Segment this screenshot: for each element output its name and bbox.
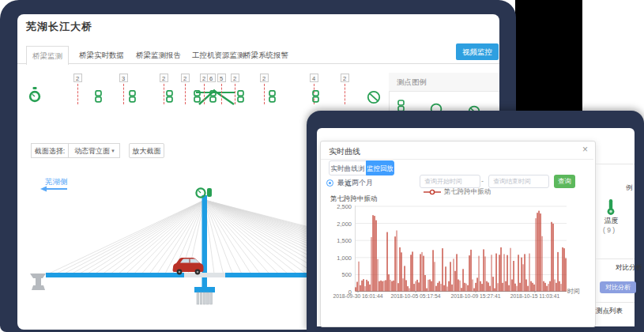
sensor-count-badge[interactable]: 2 [260,74,269,82]
overlay-window-frame: 实时曲线 × 实时曲线浏览 监控回放 最近两个月 - 查询 第七跨跨中振动 第七… [307,111,644,332]
car [173,258,204,274]
x-tick-label: 2018-10-15 11:03:41 [510,293,560,299]
dialog-divider [321,159,593,160]
sensor-dash-line [164,84,164,104]
chart-plot-area [355,206,567,292]
close-icon[interactable]: × [582,144,588,155]
side-divider [596,164,635,164]
dialog-title: 实时曲线 [329,146,360,157]
legend-panel-header: 测点图例 [389,73,499,92]
temperature-count: ( 9 ) [603,226,615,234]
sensor-dash-line [264,84,265,104]
chain-sensor-icon[interactable] [95,90,103,103]
enlarge-section-button[interactable]: 放大截面 [129,143,164,158]
query-start-time-input[interactable] [420,175,480,188]
tab-realtime-curve[interactable]: 实时曲线浏览 [329,160,367,175]
section-select-label: 截面选择: [31,143,69,158]
chain-sensor-icon[interactable] [194,90,201,103]
chain-sensor-icon[interactable] [269,90,277,103]
x-axis-title: 时间 [567,287,580,296]
y-tick-label: 1,000 [327,255,352,262]
sensor-dash-line [345,84,345,104]
tower-foundation [194,287,215,304]
side-clipped-text: 例 [626,183,633,193]
query-end-time-input[interactable] [488,175,549,188]
sensor-dash-line [221,84,222,104]
tab-1[interactable]: 桥梁监测 [26,46,69,65]
y-tick-label: 2,000 [327,221,352,228]
sensor-dash-line [185,84,186,104]
chain-sensor-icon[interactable] [312,90,320,103]
legend-series-name: 第七跨跨中振动 [444,187,491,195]
recent-two-months-radio[interactable] [326,179,333,187]
sensor-count-badge[interactable]: 3 [119,74,128,82]
date-range-separator: - [481,177,484,185]
y-tick-label: 2,500 [327,203,352,210]
sensor-dash-line [123,84,124,104]
realtime-curve-dialog: 实时曲线 × 实时曲线浏览 监控回放 最近两个月 - 查询 第七跨跨中振动 第七… [320,141,596,327]
side-divider [596,258,635,259]
legend-line-marker [424,189,441,195]
section-select-value: 动态背立面 [74,144,110,159]
chain-sensor-icon[interactable] [237,90,245,103]
compare-analysis-button[interactable]: 对比分析 [600,281,636,293]
sensor-count-badge[interactable]: 5 [217,74,226,82]
side-divider [596,302,635,303]
sensor-count-badge[interactable]: 6 [207,74,216,82]
background-pane [515,0,582,112]
legend-panel-title: 测点图例 [397,77,427,88]
sensor-dash-line [204,84,205,104]
sensor-dash-line [77,84,78,104]
tab-monitor-playback[interactable]: 监控回放 [366,160,394,175]
bridge-pier [30,274,46,290]
compare-section-title: 对比分析 [616,263,642,273]
overlay-window-content: 实时曲线 × 实时曲线浏览 监控回放 最近两个月 - 查询 第七跨跨中振动 第七… [317,128,635,326]
chain-sensor-icon[interactable] [166,90,174,103]
tower-top-sensor-icons [196,188,212,198]
sensor-count-badge[interactable]: 2 [341,74,349,82]
sensor-count-badge[interactable]: 2 [160,74,168,82]
x-tick-label: 2018-09-30 16:01:44 [333,293,382,299]
chain-sensor-icon[interactable] [129,90,137,103]
ban-icon[interactable] [367,90,381,104]
thermometer-icon [606,198,616,216]
sensor-count-badge[interactable]: 4 [310,74,318,82]
deck-joint-segment [184,273,225,277]
sensor-count-badge[interactable]: 2 [181,74,190,82]
sensor-dash-line [235,84,235,104]
sensor-count-badge[interactable]: 2 [73,74,82,82]
query-button[interactable]: 查询 [554,175,575,188]
point-list-title: 测点列表 [596,307,623,316]
x-tick-label: 2018-10-09 15:27:41 [450,293,500,299]
y-tick-label: 500 [327,271,352,278]
section-select-dropdown[interactable]: 动态背立面 ▼ [68,143,120,158]
gauge-icon[interactable] [27,87,43,104]
sensor-strip: 23222652242 [17,14,499,117]
x-tick-label: 2018-10-05 05:17:54 [390,293,440,299]
sensor-count-badge[interactable]: 2 [231,74,239,82]
y-tick-label: 1,500 [327,237,352,244]
chain-sensor-icon[interactable] [209,90,217,103]
chevron-down-icon: ▼ [111,144,115,159]
temperature-label[interactable]: 温度 [604,217,618,226]
